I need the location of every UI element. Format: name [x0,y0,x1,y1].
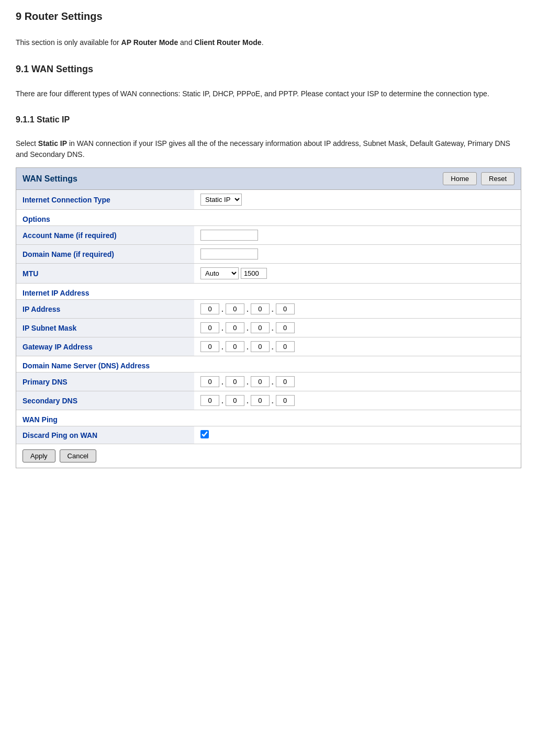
gateway-oct3[interactable] [251,341,270,352]
sdns-sep-3: . [271,397,275,405]
wan-settings-header: WAN Settings Home Reset [16,168,521,190]
dns-header-row: Domain Name Server (DNS) Address [16,356,521,373]
subnet-sep-2: . [245,324,250,332]
ip-address-row: IP Address . . . [16,300,521,319]
internet-ip-header: Internet IP Address [16,284,521,300]
pdns-oct3[interactable] [251,376,270,387]
subnet-oct1[interactable] [200,322,219,333]
mtu-value: Auto Manual [194,264,521,284]
ip-addr-oct3[interactable] [251,303,270,314]
gateway-sep-3: . [271,343,275,351]
subnet-oct4[interactable] [276,322,295,333]
pdns-oct2[interactable] [226,376,244,387]
primary-dns-label: Primary DNS [16,373,194,391]
mtu-label: MTU [16,264,194,284]
subnet-sep-1: . [220,324,225,332]
page-heading2: 9.1 WAN Settings [16,64,521,75]
page-para2: There are four different types of WAN co… [16,88,521,99]
reset-button[interactable]: Reset [481,172,514,185]
ip-sep-2: . [245,305,250,313]
options-section-header: Options [16,210,521,226]
gateway-sep-1: . [220,343,225,351]
discard-ping-checkbox[interactable] [200,430,209,438]
ip-addr-oct1[interactable] [200,303,219,314]
ip-address-label: IP Address [16,300,194,319]
subnet-oct2[interactable] [226,322,244,333]
gateway-row: Gateway IP Address . . . [16,337,521,356]
internet-connection-label: Internet Connection Type [16,190,194,210]
internet-connection-row: Internet Connection Type Static IP DHCP … [16,190,521,210]
dns-header: Domain Name Server (DNS) Address [16,356,521,373]
primary-dns-group: . . . [200,376,514,387]
discard-ping-label: Discard Ping on WAN [16,426,194,444]
ip-subnet-value: . . . [194,319,521,337]
sdns-sep-1: . [220,397,225,405]
sdns-oct4[interactable] [276,395,295,406]
wan-form-table: Internet Connection Type Static IP DHCP … [16,190,521,444]
pdns-sep-1: . [220,378,225,386]
domain-name-label: Domain Name (if required) [16,245,194,264]
pdns-sep-2: . [245,378,250,386]
gateway-value: . . . [194,337,521,356]
wan-ping-header-row: WAN Ping [16,410,521,426]
domain-name-value [194,245,521,264]
discard-ping-value [194,426,521,444]
ip-sep-3: . [271,305,275,313]
wan-settings-title: WAN Settings [23,174,77,184]
sdns-oct1[interactable] [200,395,219,406]
pdns-oct4[interactable] [276,376,295,387]
gateway-label: Gateway IP Address [16,337,194,356]
account-name-row: Account Name (if required) [16,226,521,245]
home-button[interactable]: Home [443,172,477,185]
sdns-oct2[interactable] [226,395,244,406]
page-para3: Select Static IP in WAN connection if yo… [16,138,521,160]
internet-connection-select[interactable]: Static IP DHCP PPPoE PPTP [200,194,242,206]
secondary-dns-label: Secondary DNS [16,391,194,410]
gateway-sep-2: . [245,343,250,351]
internet-connection-value: Static IP DHCP PPPoE PPTP [194,190,521,210]
bottom-buttons-bar: Apply Cancel [16,444,521,468]
mtu-select[interactable]: Auto Manual [200,267,239,279]
page-heading3: 9.1.1 Static IP [16,115,521,125]
gateway-oct4[interactable] [276,341,295,352]
mtu-input[interactable] [241,268,267,279]
options-section-header-row: Options [16,210,521,226]
subnet-sep-3: . [271,324,275,332]
ip-address-value: . . . [194,300,521,319]
secondary-dns-row: Secondary DNS . . . [16,391,521,410]
sdns-sep-2: . [245,397,250,405]
pdns-sep-3: . [271,378,275,386]
gateway-group: . . . [200,341,514,352]
discard-ping-row: Discard Ping on WAN [16,426,521,444]
ip-subnet-row: IP Subnet Mask . . . [16,319,521,337]
ip-subnet-group: . . . [200,322,514,333]
wan-header-buttons: Home Reset [443,172,514,185]
account-name-input[interactable] [200,230,258,241]
cancel-button[interactable]: Cancel [60,449,96,462]
primary-dns-row: Primary DNS . . . [16,373,521,391]
wan-ping-header: WAN Ping [16,410,521,426]
wan-settings-panel: WAN Settings Home Reset Internet Connect… [16,167,521,468]
page-heading1: 9 Router Settings [16,10,521,22]
apply-button[interactable]: Apply [23,449,55,462]
gateway-oct2[interactable] [226,341,244,352]
ip-subnet-label: IP Subnet Mask [16,319,194,337]
page-para1: This section is only available for AP Ro… [16,37,521,48]
gateway-oct1[interactable] [200,341,219,352]
secondary-dns-group: . . . [200,395,514,406]
ip-addr-oct2[interactable] [226,303,244,314]
internet-ip-header-row: Internet IP Address [16,284,521,300]
ip-address-group: . . . [200,303,514,314]
account-name-value [194,226,521,245]
subnet-oct3[interactable] [251,322,270,333]
pdns-oct1[interactable] [200,376,219,387]
mtu-row: MTU Auto Manual [16,264,521,284]
primary-dns-value: . . . [194,373,521,391]
secondary-dns-value: . . . [194,391,521,410]
domain-name-input[interactable] [200,249,258,259]
ip-sep-1: . [220,305,225,313]
sdns-oct3[interactable] [251,395,270,406]
ip-addr-oct4[interactable] [276,303,295,314]
domain-name-row: Domain Name (if required) [16,245,521,264]
account-name-label: Account Name (if required) [16,226,194,245]
